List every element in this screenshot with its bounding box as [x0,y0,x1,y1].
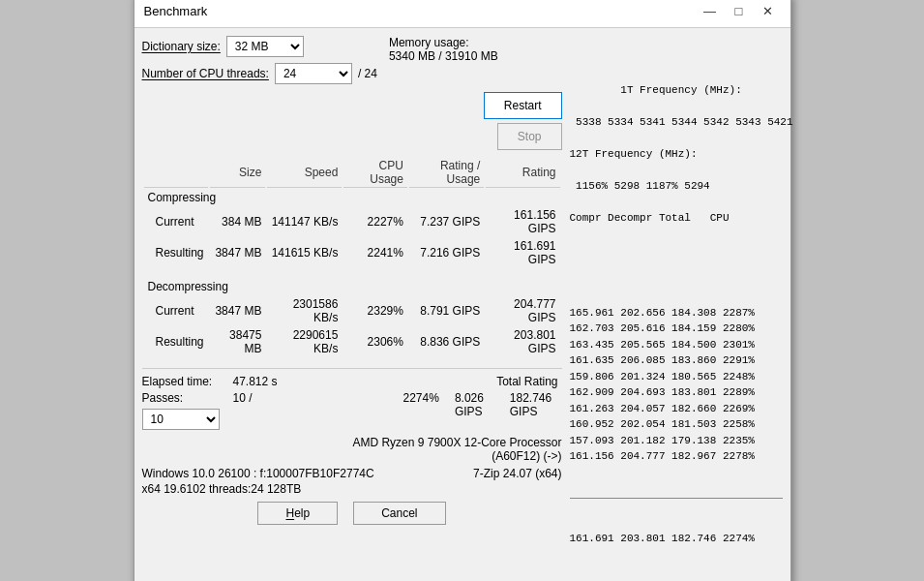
compress-current-size: 384 MB [210,207,266,236]
dictionary-select[interactable]: 32 MB [226,36,304,57]
elapsed-value: 47.812 s [233,375,278,388]
passes-label: Passes: [142,391,229,405]
threads-label: Number of CPU threads: [142,67,269,80]
benchmark-table: Size Speed CPU Usage Rating / Usage Rati… [142,156,562,358]
cancel-button[interactable]: Cancel [353,502,445,525]
col-header-speed: Speed [267,158,342,188]
decompress-resulting-row: Resulting 38475 MB 2290615 KB/s 2306% 8.… [144,327,560,356]
total-rating-values: 2274% 8.026 GIPS 182.746 GIPS [403,391,558,418]
col-header-cpu: CPU Usage [343,158,407,188]
right-panel-row-3: 161.635 206.085 183.860 2291% [570,352,783,369]
decompress-current-rating-usage: 8.791 GIPS [409,296,484,325]
restart-button[interactable]: Restart [484,92,562,119]
right-panel-rows: 165.961 202.656 184.308 2287%162.703 205… [570,273,783,465]
elapsed-label: Elapsed time: [142,375,229,388]
right-panel: 1T Frequency (MHz): 5338 5334 5341 5344 … [570,36,783,578]
benchmark-window: Benchmark — □ ✕ Dictionary size: 32 MB [134,0,791,581]
right-panel-row-1: 162.703 205.616 184.159 2280% [570,321,783,337]
col-header-size: Size [210,158,266,188]
col-headers: Compr Decompr Total CPU [570,212,730,224]
left-panel: Dictionary size: 32 MB Number of CPU thr… [142,36,562,578]
decompress-resulting-speed: 2290615 KB/s [267,327,342,356]
sys-info-row1: Windows 10.0 26100 : f:100007FB10F2774C … [142,467,562,480]
total-rating-label: Total Rating [496,375,557,388]
right-panel-row-9: 161.156 204.777 182.967 2278% [570,448,783,465]
dictionary-control: Dictionary size: 32 MB [142,36,377,57]
divider-row [144,269,560,277]
title-controls: — □ ✕ [698,2,781,21]
right-panel-content: 1T Frequency (MHz): 5338 5334 5341 5344 … [570,66,783,242]
compressing-section-row: Compressing [144,190,560,205]
compress-resulting-size: 3847 MB [210,238,266,267]
decompress-current-row: Current 3847 MB 2301586 KB/s 2329% 8.791… [144,296,560,325]
compress-resulting-cpu: 2241% [343,238,407,267]
right-panel-row-2: 163.435 205.565 184.500 2301% [570,337,783,353]
freq12-values: 1156% 5298 1187% 5294 [570,180,710,192]
stats-row: Elapsed time: 47.812 s Passes: 10 / 10 [142,375,562,430]
total-rating-total: 182.746 GIPS [510,391,558,418]
right-panel-row-7: 160.952 202.054 181.503 2258% [570,416,783,433]
compress-resulting-rating: 161.691 GIPS [486,238,559,267]
col-header-rating: Rating [486,158,559,188]
freq1-values: 5338 5334 5341 5344 5342 5343 5421 [570,116,793,128]
compressing-label: Compressing [144,190,560,205]
total-rating-percent: 2274% [403,391,439,418]
decompress-resulting-cpu: 2306% [343,327,407,356]
total-rating-gips: 8.026 GIPS [455,391,494,418]
decompress-resulting-rating-usage: 8.836 GIPS [409,327,484,356]
threads-control: Number of CPU threads: 24 / 24 [142,63,377,84]
passes-select-row: 10 [142,409,403,430]
compress-resulting-row: Resulting 3847 MB 141615 KB/s 2241% 7.21… [144,238,560,267]
memory-label: Memory usage: [389,36,498,49]
close-button[interactable]: ✕ [756,2,781,21]
right-panel-row-8: 157.093 201.182 179.138 2235% [570,433,783,449]
freq12-label: 12T Frequency (MHz): [570,148,698,160]
memory-value: 5340 MB / 31910 MB [389,49,498,63]
threads-max: / 24 [358,67,377,80]
compress-current-cpu: 2227% [343,207,407,236]
decompress-current-rating: 204.777 GIPS [486,296,559,325]
sys-info-left: Windows 10.0 26100 : f:100007FB10F2774C [142,467,374,480]
right-panel-row-4: 159.806 201.324 180.565 2248% [570,369,783,385]
bottom-stats: Elapsed time: 47.812 s Passes: 10 / 10 [142,368,562,529]
col-header-name [144,158,208,188]
sys-info2-left: x64 19.6102 threads:24 128TB [142,482,302,496]
elapsed-passes-block: Elapsed time: 47.812 s Passes: 10 / 10 [142,375,403,430]
help-button[interactable]: Help [257,502,338,525]
total-rating-block: Total Rating 2274% 8.026 GIPS 182.746 GI… [403,375,562,418]
dictionary-label: Dictionary size: [142,40,221,53]
decompress-current-size: 3847 MB [210,296,266,325]
compress-current-rating: 161.156 GIPS [486,207,559,236]
compress-current-rating-usage: 7.237 GIPS [409,207,484,236]
stop-button[interactable]: Stop [497,123,562,150]
threads-select[interactable]: 24 [275,63,352,84]
decompress-resulting-rating: 203.801 GIPS [486,327,559,356]
help-label-rest: elp [294,506,310,520]
passes-row: Passes: 10 / [142,391,403,405]
right-panel-avg: 161.691 203.801 182.746 2274% [570,532,783,547]
right-panel-row-6: 161.263 204.057 182.660 2269% [570,401,783,417]
minimize-button[interactable]: — [698,2,723,21]
decompress-resulting-label: Resulting [144,327,208,356]
divider-line [570,498,783,499]
cpu-info: AMD Ryzen 9 7900X 12-Core Processor (A60… [142,436,562,463]
decompress-current-cpu: 2329% [343,296,407,325]
passes-select[interactable]: 10 [142,409,220,430]
freq1-label: 1T Frequency (MHz): [620,84,741,96]
bottom-buttons: Help Cancel [142,502,562,525]
compress-current-row: Current 384 MB 141147 KB/s 2227% 7.237 G… [144,207,560,236]
elapsed-row: Elapsed time: 47.812 s [142,375,403,388]
decompress-resulting-size: 38475 MB [210,327,266,356]
help-underline: H [285,506,294,520]
maximize-button[interactable]: □ [727,2,752,21]
decompressing-label: Decompressing [144,279,560,294]
right-panel-row-0: 165.961 202.656 184.308 2287% [570,305,783,321]
right-panel-row-5: 162.909 204.693 183.801 2289% [570,384,783,401]
decompress-current-speed: 2301586 KB/s [267,296,342,325]
compress-resulting-label: Resulting [144,238,208,267]
window-title: Benchmark [144,4,208,18]
compress-resulting-rating-usage: 7.216 GIPS [409,238,484,267]
compress-resulting-speed: 141615 KB/s [267,238,342,267]
main-content: Dictionary size: 32 MB Number of CPU thr… [134,28,790,581]
col-header-rating-usage: Rating / Usage [409,158,484,188]
